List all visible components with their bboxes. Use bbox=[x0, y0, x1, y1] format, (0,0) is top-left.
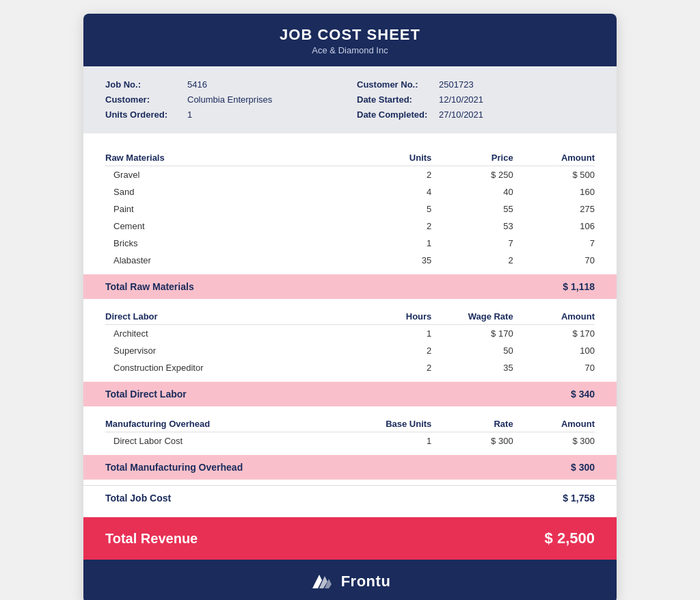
total-mfg-overhead-row: Total Manufacturing Overhead $ 300 bbox=[83, 455, 617, 480]
footer: Frontu bbox=[83, 560, 617, 600]
job-cost-sheet: JOB COST SHEET Ace & Diamond Inc Job No.… bbox=[83, 14, 617, 600]
total-direct-labor-value: $ 340 bbox=[571, 389, 595, 400]
customer-label: Customer: bbox=[105, 92, 180, 107]
direct-labor-col-hours: Hours bbox=[350, 311, 431, 322]
date-started-label: Date Started: bbox=[357, 92, 432, 107]
direct-labor-col-wage-rate: Wage Rate bbox=[431, 311, 513, 322]
header-title: JOB COST SHEET bbox=[97, 26, 603, 44]
customer-row: Customer: Columbia Enterprises bbox=[105, 92, 343, 107]
job-no-value: 5416 bbox=[187, 77, 207, 92]
total-raw-materials-row: Total Raw Materials $ 1,118 bbox=[83, 274, 617, 299]
raw-materials-col-units: Units bbox=[350, 153, 431, 163]
info-section: Job No.: 5416 Customer: Columbia Enterpr… bbox=[83, 66, 617, 133]
units-value: 1 bbox=[187, 107, 192, 122]
date-started-row: Date Started: 12/10/2021 bbox=[357, 92, 595, 107]
job-no-row: Job No.: 5416 bbox=[105, 77, 343, 92]
total-raw-materials-label: Total Raw Materials bbox=[105, 281, 194, 292]
total-job-cost-label: Total Job Cost bbox=[105, 493, 171, 504]
table-row: Construction Expeditor23570 bbox=[105, 359, 595, 376]
job-no-label: Job No.: bbox=[105, 77, 180, 92]
date-completed-row: Date Completed: 27/10/2021 bbox=[357, 107, 595, 122]
customer-no-label: Customer No.: bbox=[357, 77, 432, 92]
total-mfg-overhead-label: Total Manufacturing Overhead bbox=[105, 462, 243, 473]
footer-brand: Frontu bbox=[341, 573, 391, 590]
total-mfg-overhead-value: $ 300 bbox=[571, 462, 595, 473]
info-right: Customer No.: 2501723 Date Started: 12/1… bbox=[357, 77, 595, 122]
total-revenue-row: Total Revenue $ 2,500 bbox=[83, 517, 617, 560]
table-row: Bricks177 bbox=[105, 235, 595, 252]
date-completed-value: 27/10/2021 bbox=[439, 107, 483, 122]
units-label: Units Ordered: bbox=[105, 107, 180, 122]
table-row: Sand440160 bbox=[105, 183, 595, 200]
direct-labor-header: Direct Labor Hours Wage Rate Amount bbox=[105, 306, 595, 325]
total-direct-labor-label: Total Direct Labor bbox=[105, 389, 187, 400]
header: JOB COST SHEET Ace & Diamond Inc bbox=[83, 14, 617, 66]
total-job-cost-value: $ 1,758 bbox=[563, 493, 595, 504]
raw-materials-title: Raw Materials bbox=[105, 153, 350, 163]
direct-labor-rows: Architect1$ 170$ 170Supervisor250100Cons… bbox=[105, 325, 595, 376]
footer-logo: Frontu bbox=[310, 569, 391, 594]
direct-labor-title: Direct Labor bbox=[105, 311, 350, 322]
info-left: Job No.: 5416 Customer: Columbia Enterpr… bbox=[105, 77, 343, 122]
header-subtitle: Ace & Diamond Inc bbox=[97, 45, 603, 55]
mfg-overhead-col-rate: Rate bbox=[431, 419, 513, 429]
total-raw-materials-value: $ 1,118 bbox=[563, 281, 595, 292]
mfg-overhead-section: Manufacturing Overhead Base Units Rate A… bbox=[105, 413, 595, 449]
total-revenue-value: $ 2,500 bbox=[545, 530, 595, 547]
total-revenue-label: Total Revenue bbox=[105, 531, 198, 547]
table-row: Supervisor250100 bbox=[105, 342, 595, 359]
raw-materials-section: Raw Materials Units Price Amount Gravel2… bbox=[105, 147, 595, 269]
table-row: Cement253106 bbox=[105, 218, 595, 235]
mfg-overhead-col-base-units: Base Units bbox=[350, 419, 431, 429]
mfg-overhead-title: Manufacturing Overhead bbox=[105, 419, 350, 429]
table-row: Gravel2$ 250$ 500 bbox=[105, 166, 595, 183]
mfg-overhead-rows: Direct Labor Cost1$ 300$ 300 bbox=[105, 432, 595, 449]
date-completed-label: Date Completed: bbox=[357, 107, 432, 122]
customer-no-row: Customer No.: 2501723 bbox=[357, 77, 595, 92]
raw-materials-col-amount: Amount bbox=[513, 153, 595, 163]
customer-value: Columbia Enterprises bbox=[187, 92, 272, 107]
raw-materials-col-price: Price bbox=[431, 153, 513, 163]
table-row: Direct Labor Cost1$ 300$ 300 bbox=[105, 432, 595, 449]
table-row: Architect1$ 170$ 170 bbox=[105, 325, 595, 342]
total-direct-labor-row: Total Direct Labor $ 340 bbox=[83, 382, 617, 406]
raw-materials-rows: Gravel2$ 250$ 500Sand440160Paint555275Ce… bbox=[105, 166, 595, 269]
units-row: Units Ordered: 1 bbox=[105, 107, 343, 122]
raw-materials-header: Raw Materials Units Price Amount bbox=[105, 147, 595, 166]
table-row: Paint555275 bbox=[105, 200, 595, 218]
total-job-cost-row: Total Job Cost $ 1,758 bbox=[83, 485, 617, 510]
frontu-icon bbox=[310, 569, 334, 594]
mfg-overhead-header: Manufacturing Overhead Base Units Rate A… bbox=[105, 413, 595, 432]
direct-labor-col-amount: Amount bbox=[513, 311, 595, 322]
date-started-value: 12/10/2021 bbox=[439, 92, 483, 107]
customer-no-value: 2501723 bbox=[439, 77, 474, 92]
body: Raw Materials Units Price Amount Gravel2… bbox=[83, 133, 617, 510]
mfg-overhead-col-amount: Amount bbox=[513, 419, 595, 429]
table-row: Alabaster35270 bbox=[105, 252, 595, 269]
direct-labor-section: Direct Labor Hours Wage Rate Amount Arch… bbox=[105, 306, 595, 376]
